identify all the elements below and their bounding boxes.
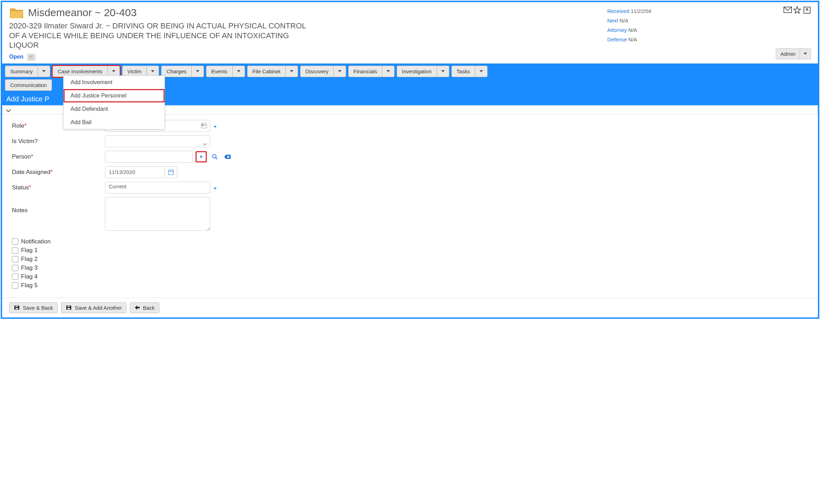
status-dropdown-caret[interactable] (214, 185, 217, 190)
flag3-checkbox[interactable] (12, 265, 18, 271)
meta-next-value: N/A (620, 18, 628, 23)
date-assigned-label: Date Assigned (12, 169, 51, 175)
nav-financials[interactable]: Financials (348, 66, 395, 77)
svg-point-9 (213, 154, 216, 158)
save-and-back-button[interactable]: Save & Back (9, 302, 58, 313)
svg-rect-17 (15, 308, 18, 309)
nav-charges[interactable]: Charges (161, 66, 204, 77)
admin-dropdown-toggle[interactable] (800, 48, 811, 59)
nav-investigation[interactable]: Investigation (397, 66, 449, 77)
meta-defense-value: N/A (628, 36, 637, 42)
svg-rect-19 (67, 308, 70, 309)
nav-tasks-dropdown[interactable] (475, 66, 487, 77)
menu-add-involvement[interactable]: Add Involvement (64, 76, 165, 89)
nav-summary[interactable]: Summary (5, 66, 50, 77)
form-footer: Save & Back Save & Add Another Back (2, 298, 818, 317)
flag1-label: Flag 1 (21, 247, 38, 254)
svg-rect-18 (15, 306, 18, 307)
nav-charges-dropdown[interactable] (191, 66, 204, 77)
notification-checkbox[interactable] (12, 238, 18, 245)
star-icon[interactable] (793, 6, 801, 14)
chevron-down-icon (6, 107, 11, 112)
flag2-checkbox[interactable] (12, 256, 18, 262)
note-icon[interactable] (27, 54, 35, 61)
meta-received-value: 11/22/04 (631, 8, 651, 14)
case-meta: Received 11/22/04 Next N/A Attorney N/A … (607, 6, 769, 44)
nav-events[interactable]: Events (206, 66, 245, 77)
save-icon (14, 305, 20, 310)
flag2-label: Flag 2 (21, 256, 38, 263)
svg-rect-20 (67, 306, 70, 307)
is-victim-select[interactable] (105, 135, 210, 147)
nav-financials-dropdown[interactable] (382, 66, 394, 77)
chevron-down-icon (204, 140, 206, 146)
nav-discovery-dropdown[interactable] (333, 66, 346, 77)
nav-communication[interactable]: Communication (5, 79, 52, 91)
nav-tasks[interactable]: Tasks (451, 66, 488, 77)
nav-investigation-dropdown[interactable] (437, 66, 449, 77)
flag1-checkbox[interactable] (12, 247, 18, 254)
person-add-button[interactable]: + (196, 151, 207, 162)
menu-add-bail[interactable]: Add Bail (64, 116, 165, 129)
nav-file-cabinet-dropdown[interactable] (285, 66, 298, 77)
add-justice-personnel-form: Role* Is Victim? Person* + (2, 114, 818, 298)
role-label: Role (12, 122, 24, 129)
date-picker-button[interactable] (165, 166, 177, 178)
back-arrow-icon (134, 305, 140, 310)
flag4-label: Flag 4 (21, 273, 38, 280)
mail-icon[interactable] (783, 6, 791, 14)
case-involvements-menu: Add Involvement Add Justice Personnel Ad… (63, 75, 165, 129)
admin-button[interactable]: Admin (776, 48, 800, 59)
folder-icon (9, 6, 24, 19)
case-nav: Summary Case Involvements Victim Charges… (2, 63, 818, 93)
svg-line-10 (216, 157, 218, 159)
export-icon[interactable] (803, 6, 811, 14)
nav-events-dropdown[interactable] (232, 66, 245, 77)
flag3-label: Flag 3 (21, 264, 38, 271)
flag4-checkbox[interactable] (12, 274, 18, 280)
status-select[interactable]: Current (105, 182, 210, 194)
notification-label: Notification (21, 238, 51, 245)
nav-file-cabinet[interactable]: File Cabinet (247, 66, 298, 77)
role-dropdown-caret[interactable] (214, 123, 217, 129)
meta-attorney-value: N/A (628, 27, 637, 33)
case-status-open[interactable]: Open (9, 54, 24, 60)
card-icon (201, 123, 207, 128)
person-search-button[interactable] (210, 152, 219, 162)
menu-add-justice-personnel[interactable]: Add Justice Personnel (64, 89, 165, 102)
save-icon (66, 305, 72, 310)
meta-next-label: Next (607, 18, 618, 23)
person-label: Person (12, 153, 31, 160)
svg-rect-6 (202, 124, 204, 126)
back-button[interactable]: Back (130, 302, 159, 313)
notes-textarea[interactable] (105, 197, 210, 231)
case-title: Misdemeanor ~ 20-403 (28, 7, 137, 19)
svg-rect-13 (168, 170, 173, 175)
flag5-label: Flag 5 (21, 282, 38, 289)
date-assigned-input[interactable] (105, 166, 165, 178)
nav-summary-dropdown[interactable] (38, 66, 50, 77)
notes-label: Notes (12, 197, 105, 214)
person-clear-button[interactable] (223, 152, 232, 162)
menu-add-defendant[interactable]: Add Defendant (64, 102, 165, 116)
meta-received-label: Received (607, 8, 629, 14)
meta-attorney-label: Attorney (607, 27, 627, 33)
is-victim-label: Is Victim? (12, 138, 105, 145)
person-input[interactable] (105, 151, 193, 163)
case-subtitle: 2020-329 Ilmater Siward Jr. ~ DRIVING OR… (9, 21, 318, 50)
case-header: Misdemeanor ~ 20-403 2020-329 Ilmater Si… (2, 2, 818, 63)
save-and-add-another-button[interactable]: Save & Add Another (61, 302, 126, 313)
nav-discovery[interactable]: Discovery (300, 66, 346, 77)
meta-defense-label: Defense (607, 36, 627, 42)
status-label: Status (12, 184, 29, 191)
flag5-checkbox[interactable] (12, 282, 18, 289)
status-value: Current (109, 183, 126, 189)
